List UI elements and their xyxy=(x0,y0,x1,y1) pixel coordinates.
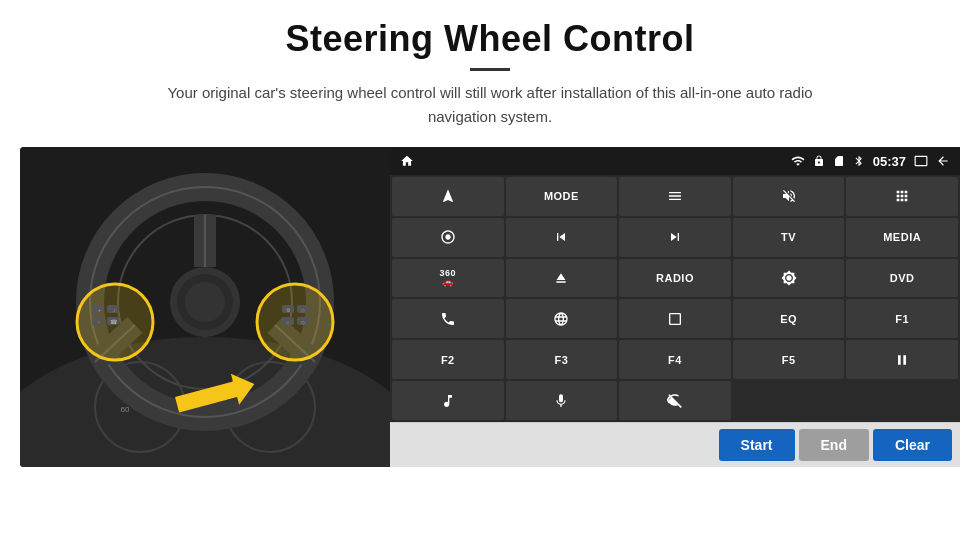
btn-list[interactable] xyxy=(619,177,731,216)
clear-button[interactable]: Clear xyxy=(873,429,952,461)
btn-media[interactable]: MEDIA xyxy=(846,218,958,257)
btn-eq[interactable]: EQ xyxy=(733,299,845,338)
svg-text:60: 60 xyxy=(121,405,130,414)
status-bar-left xyxy=(400,154,414,168)
bluetooth-icon xyxy=(853,155,865,167)
btn-radio[interactable]: RADIO xyxy=(619,259,731,298)
brightness-icon xyxy=(781,270,797,286)
bottom-action-bar: Start End Clear xyxy=(390,422,960,467)
btn-microphone[interactable] xyxy=(506,381,618,420)
btn-f2[interactable]: F2 xyxy=(392,340,504,379)
svg-point-18 xyxy=(185,282,225,322)
mute-icon xyxy=(781,188,797,204)
button-grid: MODE TV xyxy=(390,175,960,422)
globe-icon xyxy=(553,311,569,327)
btn-music[interactable] xyxy=(392,381,504,420)
btn-empty-2 xyxy=(846,381,958,420)
navigate-icon xyxy=(440,188,456,204)
prev-icon xyxy=(553,229,569,245)
svg-text:+: + xyxy=(98,307,101,313)
btn-rectangle[interactable] xyxy=(619,299,731,338)
car-image-panel: 60 100 xyxy=(20,147,390,467)
eject-icon xyxy=(553,270,569,286)
wifi-icon xyxy=(791,154,805,168)
btn-mute[interactable] xyxy=(733,177,845,216)
list-icon xyxy=(667,188,683,204)
start-button[interactable]: Start xyxy=(719,429,795,461)
btn-play-pause[interactable] xyxy=(846,340,958,379)
phone-end-icon xyxy=(667,393,683,409)
screen-icon xyxy=(914,154,928,168)
btn-brightness[interactable] xyxy=(733,259,845,298)
btn-navigate[interactable] xyxy=(392,177,504,216)
btn-prev[interactable] xyxy=(506,218,618,257)
btn-empty-1 xyxy=(733,381,845,420)
next-icon xyxy=(667,229,683,245)
music-icon xyxy=(440,393,456,409)
title-section: Steering Wheel Control Your original car… xyxy=(0,18,980,129)
svg-text:○: ○ xyxy=(286,319,289,325)
settings-icon xyxy=(440,229,456,245)
microphone-icon xyxy=(553,393,569,409)
page-title: Steering Wheel Control xyxy=(0,18,980,60)
btn-dvd[interactable]: DVD xyxy=(846,259,958,298)
btn-tv[interactable]: TV xyxy=(733,218,845,257)
title-divider xyxy=(470,68,510,71)
btn-globe[interactable] xyxy=(506,299,618,338)
phone-icon xyxy=(440,311,456,327)
btn-settings[interactable] xyxy=(392,218,504,257)
home-icon xyxy=(400,154,414,168)
steering-wheel-image: 60 100 xyxy=(20,147,390,467)
btn-mode[interactable]: MODE xyxy=(506,177,618,216)
page-wrapper: Steering Wheel Control Your original car… xyxy=(0,0,980,544)
svg-text:◇: ◇ xyxy=(301,307,305,313)
svg-point-28 xyxy=(257,284,333,360)
svg-text:◇: ◇ xyxy=(301,319,305,325)
btn-360-label: 360🚗 xyxy=(440,269,457,287)
btn-360cam[interactable]: 360🚗 xyxy=(392,259,504,298)
btn-phone[interactable] xyxy=(392,299,504,338)
status-bar-right: 05:37 xyxy=(791,154,950,169)
btn-next[interactable] xyxy=(619,218,731,257)
lock-icon xyxy=(813,155,825,167)
btn-f4[interactable]: F4 xyxy=(619,340,731,379)
btn-f5[interactable]: F5 xyxy=(733,340,845,379)
btn-eject[interactable] xyxy=(506,259,618,298)
btn-phone-end[interactable] xyxy=(619,381,731,420)
svg-text:☎: ☎ xyxy=(110,319,118,325)
btn-apps[interactable] xyxy=(846,177,958,216)
page-subtitle: Your original car's steering wheel contr… xyxy=(150,81,830,129)
play-pause-icon xyxy=(894,352,910,368)
end-button[interactable]: End xyxy=(799,429,869,461)
content-area: 60 100 xyxy=(20,147,960,467)
sim-icon xyxy=(833,155,845,167)
rectangle-icon xyxy=(667,311,683,327)
btn-f3[interactable]: F3 xyxy=(506,340,618,379)
back-icon xyxy=(936,154,950,168)
status-time: 05:37 xyxy=(873,154,906,169)
apps-icon xyxy=(894,188,910,204)
control-panel: 05:37 MODE xyxy=(390,147,960,467)
status-bar: 05:37 xyxy=(390,147,960,175)
btn-f1[interactable]: F1 xyxy=(846,299,958,338)
